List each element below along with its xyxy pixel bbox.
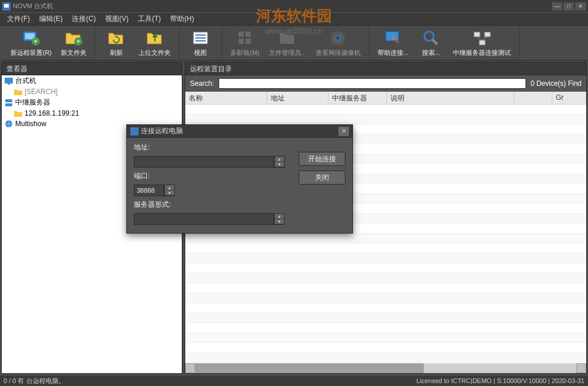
column-description[interactable]: 说明 bbox=[387, 92, 514, 104]
menu-connect[interactable]: 连接(C) bbox=[67, 13, 101, 25]
menu-view[interactable]: 视图(V) bbox=[101, 13, 133, 25]
svg-point-18 bbox=[336, 36, 340, 40]
left-panel-header: 查看器 bbox=[2, 62, 182, 75]
new-remote-button[interactable]: + 新远程装置(R) bbox=[6, 27, 56, 58]
right-panel-header: 远程装置目录 bbox=[185, 62, 586, 75]
horizontal-scrollbar[interactable] bbox=[185, 363, 586, 373]
menu-tools[interactable]: 工具(T) bbox=[133, 13, 165, 25]
tool-label: 上位文件夹 bbox=[139, 48, 171, 57]
tool-label: 帮助连接... bbox=[378, 48, 409, 57]
server-form-input[interactable] bbox=[134, 213, 274, 225]
svg-rect-30 bbox=[5, 99, 12, 102]
column-name[interactable]: 名称 bbox=[185, 92, 267, 104]
dialog-close-button[interactable]: ✕ bbox=[338, 127, 349, 136]
minimize-button[interactable]: — bbox=[552, 2, 562, 11]
search-input[interactable] bbox=[219, 78, 525, 89]
tree-label: 129.168.1.199:21 bbox=[25, 109, 79, 117]
table-row bbox=[185, 283, 586, 293]
dialog-icon bbox=[130, 127, 139, 135]
svg-rect-14 bbox=[238, 39, 244, 44]
refresh-button[interactable]: 刷新 bbox=[99, 27, 134, 58]
table-row bbox=[185, 333, 586, 343]
table-header: 名称 地址 中继服务器 说明 Gr bbox=[185, 92, 586, 105]
tool-label: 中继服务器连接测试 bbox=[453, 48, 511, 57]
search-bar: Search: 0 Device(s) Find bbox=[185, 75, 586, 92]
menubar: 文件(F) 编辑(E) 连接(C) 视图(V) 工具(T) 帮助(H) bbox=[0, 13, 588, 26]
new-folder-button[interactable]: + 新文件夹 bbox=[56, 27, 91, 58]
file-manager-button[interactable]: 文件管理员... bbox=[264, 27, 311, 58]
folder-icon bbox=[13, 87, 23, 96]
relay-test-button[interactable]: 中继服务器连接测试 bbox=[448, 27, 516, 58]
menu-file[interactable]: 文件(F) bbox=[2, 13, 34, 25]
column-blank[interactable] bbox=[514, 92, 552, 104]
tool-label: 查看网络摄像机 bbox=[316, 48, 361, 57]
status-right: Licensed to ICTRC|DEMO | S:10000/V:10000… bbox=[416, 377, 584, 384]
scroll-thumb[interactable] bbox=[195, 363, 424, 373]
server-form-dropdown[interactable]: ▲▼ bbox=[274, 213, 285, 225]
menu-edit[interactable]: 编辑(E) bbox=[34, 13, 67, 25]
folder-icon bbox=[13, 109, 23, 118]
search-label: Search: bbox=[190, 79, 214, 88]
svg-line-26 bbox=[477, 37, 482, 40]
camera-icon bbox=[328, 29, 347, 47]
statusbar: 0 / 0 有 台远程电脑。 Licensed to ICTRC|DEMO | … bbox=[0, 375, 588, 386]
address-dropdown[interactable]: ▲▼ bbox=[274, 156, 285, 168]
search-icon bbox=[421, 29, 440, 47]
table-row bbox=[185, 343, 586, 353]
svg-rect-13 bbox=[245, 32, 251, 37]
address-label: 地址: bbox=[134, 142, 292, 152]
tool-label: 刷新 bbox=[110, 48, 123, 57]
server-form-label: 服务器形式: bbox=[134, 200, 292, 210]
help-connect-button[interactable]: 帮助连接... bbox=[373, 27, 413, 58]
tool-label: 搜索... bbox=[422, 48, 440, 57]
folder-up-icon bbox=[146, 29, 164, 47]
wrench-icon bbox=[384, 29, 403, 47]
tool-label: 多影镜(M) bbox=[230, 48, 260, 57]
tree-label: [SEARCH] bbox=[25, 88, 58, 96]
port-label: 端口: bbox=[134, 171, 292, 181]
tool-label: 视图 bbox=[194, 48, 207, 57]
tree-relay[interactable]: 中继服务器 bbox=[2, 97, 182, 108]
dialog-titlebar[interactable]: 连接远程电脑 ✕ bbox=[127, 125, 352, 138]
device-count: 0 Device(s) Find bbox=[531, 79, 582, 88]
monitor-add-icon: + bbox=[22, 29, 40, 47]
table-row bbox=[185, 303, 586, 313]
network-icon bbox=[473, 29, 492, 47]
list-icon bbox=[191, 29, 210, 47]
up-folder-button[interactable]: 上位文件夹 bbox=[134, 27, 175, 58]
tool-label: 文件管理员... bbox=[269, 48, 306, 57]
multishow-button[interactable]: 多影镜(M) bbox=[226, 27, 264, 58]
tree-ip[interactable]: 129.168.1.199:21 bbox=[2, 108, 182, 119]
tree-search[interactable]: [SEARCH] bbox=[2, 86, 182, 97]
status-left: 0 / 0 有 台远程电脑。 bbox=[4, 377, 416, 385]
svg-rect-28 bbox=[5, 78, 13, 84]
tool-label: 新远程装置(R) bbox=[11, 48, 51, 57]
svg-line-22 bbox=[433, 40, 437, 44]
folder-add-icon: + bbox=[64, 29, 83, 47]
view-button[interactable]: 视图 bbox=[183, 27, 218, 58]
dialog-title: 连接远程电脑 bbox=[141, 126, 338, 136]
column-relay[interactable]: 中继服务器 bbox=[328, 92, 387, 104]
port-input[interactable] bbox=[134, 185, 164, 196]
table-row bbox=[185, 105, 586, 114]
menu-help[interactable]: 帮助(H) bbox=[165, 13, 199, 25]
column-address[interactable]: 地址 bbox=[267, 92, 328, 104]
address-input[interactable] bbox=[134, 156, 274, 168]
scroll-right-button[interactable] bbox=[576, 363, 586, 373]
maximize-button[interactable]: □ bbox=[563, 2, 574, 11]
table-row bbox=[185, 234, 586, 244]
titlebar: NOVM 台式机 — □ ✕ bbox=[0, 0, 588, 13]
view-camera-button[interactable]: 查看网络摄像机 bbox=[311, 27, 365, 58]
scroll-left-button[interactable] bbox=[185, 363, 195, 373]
column-group[interactable]: Gr bbox=[552, 92, 586, 104]
tree-desktop[interactable]: 台式机 bbox=[2, 75, 182, 86]
window-title: NOVM 台式机 bbox=[13, 2, 552, 11]
close-button[interactable]: ✕ bbox=[575, 2, 586, 11]
svg-point-21 bbox=[424, 32, 434, 41]
port-spinner[interactable]: ▲▼ bbox=[164, 185, 175, 196]
search-button[interactable]: 搜索... bbox=[413, 27, 448, 58]
close-dialog-button[interactable]: 关闭 bbox=[299, 171, 345, 185]
svg-rect-15 bbox=[245, 39, 251, 44]
start-connect-button[interactable]: 开始连接 bbox=[299, 152, 345, 166]
app-icon bbox=[2, 2, 11, 11]
